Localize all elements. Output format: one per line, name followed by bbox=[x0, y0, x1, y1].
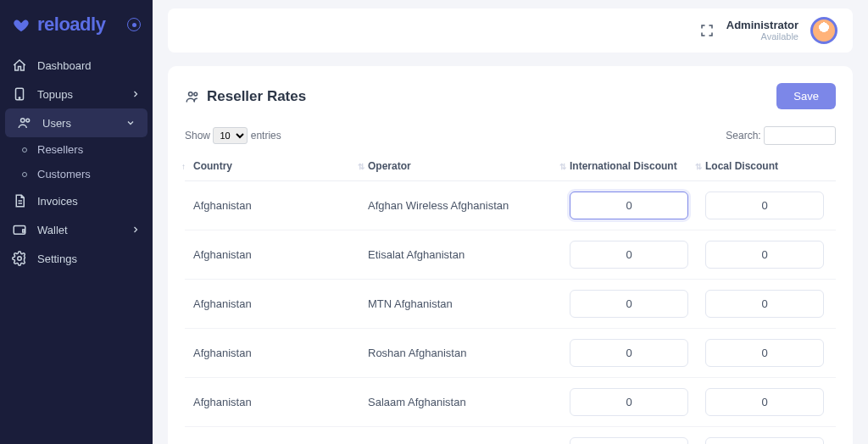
reseller-rates-card: Reseller Rates Save Show 10 entries Sear… bbox=[168, 66, 853, 444]
user-status: Available bbox=[726, 31, 798, 42]
sidebar-sub-resellers[interactable]: Resellers bbox=[0, 137, 153, 162]
cell-country: Afghanistan bbox=[185, 329, 363, 378]
local-discount-input[interactable] bbox=[705, 290, 824, 318]
sidebar-sub-customers[interactable]: Customers bbox=[0, 162, 153, 186]
sidebar-item-label: Users bbox=[42, 117, 71, 130]
cell-operator: MTN Afghanistan bbox=[363, 280, 565, 329]
fullscreen-icon[interactable] bbox=[699, 23, 715, 38]
settings-icon bbox=[12, 251, 27, 266]
user-name: Administrator bbox=[726, 19, 798, 32]
brand-badge-icon bbox=[127, 18, 141, 31]
sidebar-item-label: Customers bbox=[37, 168, 91, 180]
show-label-post: entries bbox=[251, 130, 281, 142]
sidebar-item-users[interactable]: Users bbox=[5, 108, 147, 137]
topups-icon bbox=[12, 86, 27, 102]
col-intl-discount[interactable]: ⇅International Discount bbox=[565, 152, 700, 181]
chevron-right-icon bbox=[131, 225, 141, 235]
brand-logo[interactable]: reloadly bbox=[0, 8, 153, 51]
page-title-text: Reseller Rates bbox=[207, 88, 306, 105]
user-menu[interactable]: Administrator Available bbox=[726, 19, 798, 43]
intl-discount-input[interactable] bbox=[570, 339, 688, 367]
cell-operator: Etisalat Afghanistan bbox=[363, 230, 565, 280]
cell-country: Afghanistan bbox=[185, 378, 363, 427]
sidebar-item-settings[interactable]: Settings bbox=[0, 244, 153, 273]
table-row: AfghanistanMTN Afghanistan bbox=[185, 280, 836, 329]
cell-operator: Salaam Afghanistan bbox=[363, 378, 565, 427]
intl-discount-input[interactable] bbox=[570, 388, 688, 416]
save-button[interactable]: Save bbox=[776, 83, 836, 109]
cell-country: Afghanistan bbox=[185, 280, 363, 329]
svg-point-1 bbox=[19, 97, 20, 99]
cell-operator: Vodafone Albania bbox=[363, 427, 565, 445]
intl-discount-input[interactable] bbox=[570, 437, 688, 444]
topbar: Administrator Available bbox=[168, 8, 853, 53]
page-title: Reseller Rates bbox=[185, 88, 306, 105]
search-control: Search: bbox=[726, 126, 836, 145]
intl-discount-input[interactable] bbox=[570, 241, 688, 269]
rates-table: ↑Country ⇅Operator ⇅International Discou… bbox=[185, 152, 836, 444]
local-discount-input[interactable] bbox=[705, 437, 824, 444]
local-discount-input[interactable] bbox=[705, 339, 824, 367]
cell-country: Albania bbox=[185, 427, 363, 445]
local-discount-input[interactable] bbox=[705, 191, 824, 219]
table-row: AfghanistanSalaam Afghanistan bbox=[185, 378, 836, 427]
col-operator[interactable]: ⇅Operator bbox=[363, 152, 565, 181]
table-row: AfghanistanRoshan Afghanistan bbox=[185, 329, 836, 378]
cell-country: Afghanistan bbox=[185, 230, 363, 280]
col-local-discount[interactable]: ⇅Local Discount bbox=[700, 152, 836, 181]
table-row: AfghanistanEtisalat Afghanistan bbox=[185, 230, 836, 280]
sidebar-item-dashboard[interactable]: Dashboard bbox=[0, 51, 153, 80]
local-discount-input[interactable] bbox=[705, 241, 824, 269]
svg-point-7 bbox=[18, 257, 22, 261]
dot-icon bbox=[22, 172, 27, 177]
dashboard-icon bbox=[12, 58, 27, 73]
chevron-right-icon bbox=[131, 89, 141, 99]
show-label-pre: Show bbox=[185, 130, 210, 142]
sidebar-item-label: Topups bbox=[37, 88, 73, 101]
intl-discount-input[interactable] bbox=[570, 290, 688, 318]
table-row: AfghanistanAfghan Wireless Afghanistan bbox=[185, 181, 836, 230]
sidebar-item-label: Invoices bbox=[37, 195, 78, 208]
chevron-down-icon bbox=[125, 118, 136, 128]
cell-country: Afghanistan bbox=[185, 181, 363, 230]
dot-icon bbox=[22, 147, 27, 153]
sidebar: reloadly DashboardTopupsUsersResellersCu… bbox=[0, 0, 153, 444]
svg-point-3 bbox=[26, 119, 30, 122]
sidebar-item-label: Resellers bbox=[37, 143, 83, 156]
users-icon bbox=[17, 115, 32, 130]
intl-discount-input[interactable] bbox=[570, 191, 688, 219]
table-row: AlbaniaVodafone Albania bbox=[185, 427, 836, 445]
main-content: Administrator Available Reseller Rates S… bbox=[153, 0, 868, 444]
svg-point-9 bbox=[194, 92, 198, 96]
logo-icon bbox=[12, 15, 31, 34]
sidebar-item-label: Dashboard bbox=[37, 59, 92, 72]
avatar[interactable] bbox=[810, 17, 837, 44]
page-size-control: Show 10 entries bbox=[185, 127, 281, 144]
sidebar-item-wallet[interactable]: Wallet bbox=[0, 215, 153, 244]
invoices-icon bbox=[12, 193, 27, 208]
brand-name: reloadly bbox=[37, 14, 105, 36]
svg-point-8 bbox=[189, 92, 193, 96]
sidebar-item-invoices[interactable]: Invoices bbox=[0, 186, 153, 215]
search-input[interactable] bbox=[764, 126, 836, 145]
wallet-icon bbox=[12, 222, 27, 237]
col-country[interactable]: ↑Country bbox=[185, 152, 363, 181]
page-size-select[interactable]: 10 bbox=[213, 127, 248, 144]
users-icon bbox=[185, 89, 200, 104]
sidebar-item-topups[interactable]: Topups bbox=[0, 80, 153, 108]
local-discount-input[interactable] bbox=[705, 388, 824, 416]
search-label: Search: bbox=[726, 130, 760, 142]
svg-point-2 bbox=[21, 119, 25, 123]
cell-operator: Roshan Afghanistan bbox=[363, 329, 565, 378]
cell-operator: Afghan Wireless Afghanistan bbox=[363, 181, 565, 230]
sidebar-item-label: Wallet bbox=[37, 224, 68, 236]
sidebar-item-label: Settings bbox=[37, 253, 77, 265]
